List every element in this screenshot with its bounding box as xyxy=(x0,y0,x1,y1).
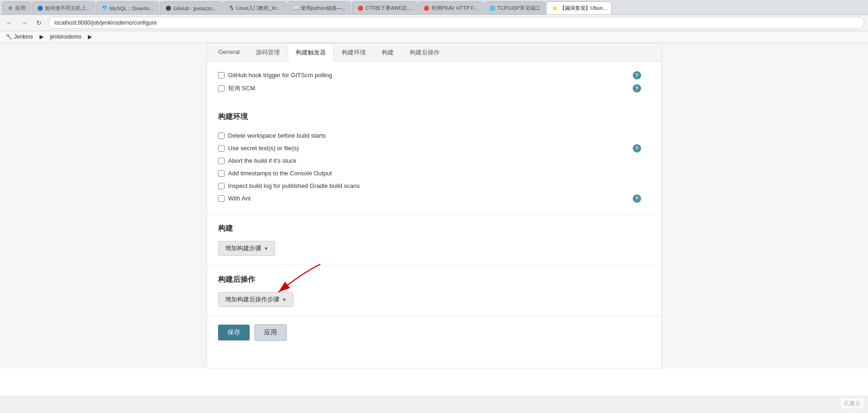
tab-1[interactable]: ⚙ 应用 xyxy=(2,1,31,14)
abort-build-checkbox[interactable] xyxy=(218,158,225,164)
checkbox-row-inspect-gradle: Inspect build log for published Gradle b… xyxy=(218,180,650,192)
build-section: 构建 增加构建步骤 ▼ xyxy=(207,214,662,266)
tab-favicon-3: 🐬 xyxy=(101,5,108,12)
secret-text-help-icon[interactable]: ? xyxy=(633,144,641,153)
breadcrumb-sep-2: ▶ xyxy=(88,33,92,40)
checkbox-row-delete-ws: Delete workspace before build starts xyxy=(218,129,650,142)
tab-build-env[interactable]: 构建环境 xyxy=(334,43,374,61)
trigger-section: GitHub hook trigger for GITScm polling ?… xyxy=(207,61,662,103)
add-post-build-step-button[interactable]: 增加构建后操作步骤 ▼ xyxy=(218,292,294,307)
tab-favicon-10: ⭐ xyxy=(551,5,558,12)
save-button[interactable]: 保存 xyxy=(218,325,250,340)
delete-ws-label: Delete workspace before build starts xyxy=(228,132,326,139)
apply-button[interactable]: 应用 xyxy=(254,324,287,341)
poll-scm-help-icon[interactable]: ? xyxy=(633,84,641,93)
tab-5[interactable]: 🐧 Linux入门教程_lin... xyxy=(223,1,286,14)
tab-10[interactable]: ⭐ 【漏洞复现】Ubun... xyxy=(546,1,612,14)
secret-text-label: Use secret text(s) or file(s) xyxy=(228,145,299,152)
tab-source-mgmt[interactable]: 源码管理 xyxy=(248,43,288,61)
checkbox-row-abort-build: Abort the build if it's stuck xyxy=(218,154,650,167)
config-panel: General 源码管理 构建触发器 构建环境 构建 构建后操作 GitHub … xyxy=(206,43,662,368)
bookmarks-bar: 🔧 Jenkins ▶ jenkinsdemo ▶ xyxy=(0,31,868,43)
checkbox-row-secret-text: Use secret text(s) or file(s) ? xyxy=(218,142,650,154)
page-wrapper: General 源码管理 构建触发器 构建环境 构建 构建后操作 GitHub … xyxy=(0,43,868,395)
github-hook-help-icon[interactable]: ? xyxy=(633,71,641,80)
dropdown-arrow-build: ▼ xyxy=(264,246,269,251)
inspect-gradle-label: Inspect build log for published Gradle b… xyxy=(228,182,360,189)
checkbox-row-github-hook: GitHub hook trigger for GITScm polling ? xyxy=(218,69,650,81)
tab-favicon-4: ⚫ xyxy=(165,5,172,12)
address-input[interactable] xyxy=(48,17,864,29)
abort-build-label: Abort the build if it's stuck xyxy=(228,157,297,164)
address-bar-row: ← → ↻ xyxy=(0,15,868,31)
tab-favicon-9: 🌐 xyxy=(489,5,496,12)
dropdown-arrow-post-build: ▼ xyxy=(282,297,287,302)
post-build-title: 构建后操作 xyxy=(218,275,650,285)
tab-favicon-2: 🔵 xyxy=(37,5,43,12)
tab-favicon-1: ⚙ xyxy=(7,5,13,12)
build-env-title: 构建环境 xyxy=(218,112,650,122)
breadcrumb-sep-1: ▶ xyxy=(40,33,44,40)
tab-favicon-5: 🐧 xyxy=(228,5,234,12)
tab-favicon-7: 🔴 xyxy=(357,5,364,12)
browser-tab-bar: ⚙ 应用 🔵 如何使不同主机上... 🐬 MySQL :: Downlo... … xyxy=(0,0,868,15)
delete-ws-checkbox[interactable] xyxy=(218,133,225,139)
tab-8[interactable]: 🔴 利用PKAV HTTP F... xyxy=(418,1,483,14)
refresh-button[interactable]: ↻ xyxy=(33,17,45,28)
github-hook-checkbox[interactable] xyxy=(218,72,225,79)
tab-favicon-8: 🔴 xyxy=(423,5,430,12)
add-timestamps-label: Add timestamps to the Console Output xyxy=(228,170,332,177)
checkbox-row-with-ant: With Ant ? xyxy=(218,192,650,205)
tab-3[interactable]: 🐬 MySQL :: Downlo... xyxy=(96,1,159,14)
tab-general[interactable]: General xyxy=(211,43,248,61)
poll-scm-label: 轮询 SCM xyxy=(228,84,256,93)
build-section-title: 构建 xyxy=(218,224,650,233)
checkbox-row-poll-scm: 轮询 SCM ? xyxy=(218,81,650,95)
tab-9[interactable]: 🌐 TCP/UDP常见端口 xyxy=(484,1,545,14)
github-hook-label: GitHub hook trigger for GITScm polling xyxy=(228,72,332,79)
add-build-step-button[interactable]: 增加构建步骤 ▼ xyxy=(218,241,276,256)
with-ant-checkbox[interactable] xyxy=(218,195,225,202)
tab-navigation: General 源码管理 构建触发器 构建环境 构建 构建后操作 xyxy=(207,43,662,61)
post-build-button-area: 增加构建后操作步骤 ▼ xyxy=(218,292,294,307)
inspect-gradle-checkbox[interactable] xyxy=(218,183,225,189)
post-build-section: 构建后操作 增加构建后操作步骤 ▼ xyxy=(207,266,662,317)
bookmark-jenkins[interactable]: 🔧 Jenkins xyxy=(4,33,35,41)
with-ant-label: With Ant xyxy=(228,195,251,202)
build-env-section: 构建环境 Delete workspace before build start… xyxy=(207,103,662,214)
poll-scm-checkbox[interactable] xyxy=(218,85,225,92)
tab-2[interactable]: 🔵 如何使不同主机上... xyxy=(32,1,95,14)
jenkins-icon: 🔧 xyxy=(6,33,13,40)
tab-build[interactable]: 构建 xyxy=(374,43,402,61)
tab-7[interactable]: 🔴 CTF线下赛AWD总... xyxy=(352,1,417,14)
action-buttons-area: 保存 应用 xyxy=(207,317,662,348)
with-ant-help-icon[interactable]: ? xyxy=(633,194,641,203)
tab-6[interactable]: 📖 使用python链接—... xyxy=(287,1,351,14)
tab-favicon-6: 📖 xyxy=(292,5,299,12)
secret-text-checkbox[interactable] xyxy=(218,145,225,152)
tab-post-build[interactable]: 构建后操作 xyxy=(402,43,448,61)
tab-4[interactable]: ⚫ GitHub · jpetazzo... xyxy=(160,1,222,14)
bookmark-jenkinsdemo[interactable]: jenkinsdemo xyxy=(48,33,83,41)
back-button[interactable]: ← xyxy=(4,17,15,28)
forward-button[interactable]: → xyxy=(19,17,30,28)
checkbox-row-add-timestamps: Add timestamps to the Console Output xyxy=(218,167,650,180)
tab-build-trigger[interactable]: 构建触发器 xyxy=(288,43,334,61)
add-timestamps-checkbox[interactable] xyxy=(218,170,225,177)
main-content: General 源码管理 构建触发器 构建环境 构建 构建后操作 GitHub … xyxy=(0,43,868,368)
